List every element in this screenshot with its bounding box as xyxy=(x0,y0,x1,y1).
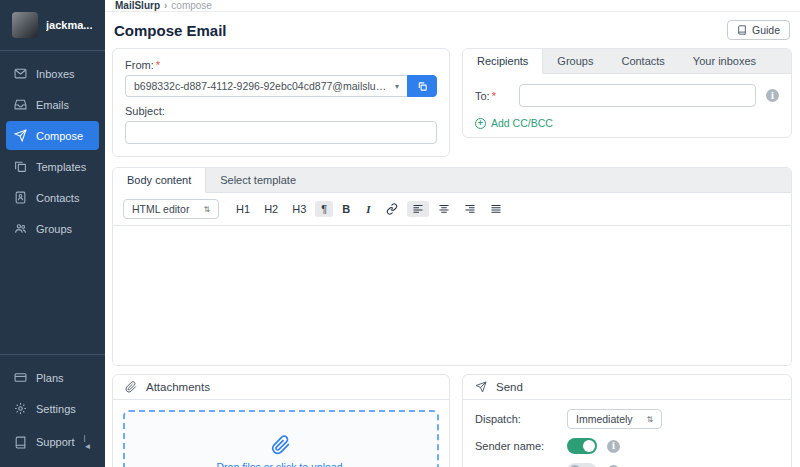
info-icon[interactable]: i xyxy=(607,440,620,453)
sidebar-item-label: Inboxes xyxy=(36,68,75,80)
collapse-sidebar-icon[interactable]: |◄ xyxy=(84,433,93,451)
to-label: To:* xyxy=(475,90,509,102)
sidebar-item-settings[interactable]: Settings xyxy=(6,394,99,423)
info-icon[interactable]: i xyxy=(766,89,779,102)
address-book-icon xyxy=(14,191,27,204)
body-content-panel: Body content Select template HTML editor… xyxy=(112,167,792,366)
attachments-panel: Attachments Drop files or click to uploa… xyxy=(112,374,450,467)
align-center-button[interactable] xyxy=(433,201,455,217)
row-attachments-send: Attachments Drop files or click to uploa… xyxy=(112,374,792,467)
sidebar-item-label: Plans xyxy=(36,372,64,384)
sidebar-item-label: Settings xyxy=(36,403,76,415)
copy-icon xyxy=(417,81,428,92)
add-tracking-toggle[interactable] xyxy=(567,463,597,467)
h3-button[interactable]: H3 xyxy=(287,201,311,217)
copy-address-button[interactable] xyxy=(407,75,437,97)
sidebar-item-compose[interactable]: Compose xyxy=(6,121,99,150)
sidebar-nav: Inboxes Emails Compose Templates Contact… xyxy=(0,57,105,245)
inbox-tray-icon xyxy=(14,98,27,111)
sidebar-item-templates[interactable]: Templates xyxy=(6,152,99,181)
add-cc-bcc-link[interactable]: + Add CC/BCC xyxy=(475,117,553,129)
sender-name-toggle[interactable] xyxy=(567,438,597,454)
subject-input[interactable] xyxy=(125,121,437,144)
dispatch-select[interactable]: Immediately ⇅ xyxy=(567,409,662,429)
italic-button[interactable]: I xyxy=(359,201,377,217)
sidebar-item-label: Contacts xyxy=(36,192,79,204)
required-asterisk: * xyxy=(156,59,160,71)
to-row: To:* i xyxy=(475,84,779,107)
credit-card-icon xyxy=(14,371,27,384)
sidebar-item-support[interactable]: Support |◄ xyxy=(6,425,99,459)
from-label: From:* xyxy=(125,59,437,71)
dispatch-label: Dispatch: xyxy=(475,413,567,425)
sidebar-item-groups[interactable]: Groups xyxy=(6,214,99,243)
recipients-panel: Recipients Groups Contacts Your inboxes … xyxy=(462,48,792,138)
user-profile[interactable]: jackma... xyxy=(0,0,105,50)
sidebar-item-label: Templates xyxy=(36,161,86,173)
paragraph-button[interactable]: ¶ xyxy=(315,201,333,217)
file-dropzone[interactable]: Drop files or click to upload. xyxy=(123,410,439,467)
sidebar-spacer xyxy=(0,245,105,354)
align-right-button[interactable] xyxy=(459,201,481,217)
sidebar-item-emails[interactable]: Emails xyxy=(6,90,99,119)
page-title: Compose Email xyxy=(114,22,227,39)
link-button[interactable] xyxy=(381,201,403,217)
content: Compose Email Guide From:* b698332c-d887… xyxy=(105,12,800,467)
dispatch-value: Immediately xyxy=(576,413,633,425)
tab-your-inboxes[interactable]: Your inboxes xyxy=(679,49,770,73)
dropzone-text: Drop files or click to upload. xyxy=(217,461,346,467)
sidebar-item-label: Compose xyxy=(36,130,83,142)
tab-groups[interactable]: Groups xyxy=(543,49,607,73)
justify-button[interactable] xyxy=(485,201,507,217)
send-panel: Send Dispatch: Immediately ⇅ Sender name… xyxy=(462,374,792,467)
select-caret-icon: ⇅ xyxy=(647,415,654,424)
to-input[interactable] xyxy=(519,84,756,107)
recipients-body: To:* i + Add CC/BCC xyxy=(463,74,791,137)
required-asterisk: * xyxy=(492,90,496,102)
clone-icon xyxy=(14,160,27,173)
add-tracking-row: Add tracking: i xyxy=(475,463,779,467)
h1-button[interactable]: H1 xyxy=(231,201,255,217)
title-row: Compose Email Guide xyxy=(112,18,792,48)
paper-plane-icon xyxy=(475,381,487,393)
envelope-icon xyxy=(14,67,27,80)
sidebar-item-contacts[interactable]: Contacts xyxy=(6,183,99,212)
from-panel: From:* b698332c-d887-4112-9296-92ebc04cd… xyxy=(112,48,450,157)
plus-circle-icon: + xyxy=(475,118,486,129)
from-address-select[interactable]: b698332c-d887-4112-9296-92ebc04cd877@mai… xyxy=(125,75,407,97)
paper-plane-icon xyxy=(14,129,27,142)
divider xyxy=(0,354,105,355)
tab-body-content[interactable]: Body content xyxy=(113,168,206,193)
from-label-text: From: xyxy=(125,59,154,71)
breadcrumb-page: compose xyxy=(171,0,212,11)
align-left-button[interactable] xyxy=(407,201,429,217)
dispatch-row: Dispatch: Immediately ⇅ xyxy=(475,409,779,429)
sidebar-item-label: Support xyxy=(36,436,75,448)
attachments-header: Attachments xyxy=(113,375,449,400)
tab-select-template[interactable]: Select template xyxy=(206,168,310,192)
breadcrumb-app[interactable]: MailSlurp xyxy=(115,0,160,11)
send-body: Dispatch: Immediately ⇅ Sender name: i A… xyxy=(463,400,791,467)
divider xyxy=(0,50,105,51)
subject-label: Subject: xyxy=(125,105,437,117)
sidebar-item-plans[interactable]: Plans xyxy=(6,363,99,392)
from-select-row: b698332c-d887-4112-9296-92ebc04cd877@mai… xyxy=(125,75,437,97)
editor-mode-value: HTML editor xyxy=(132,203,189,215)
body-editor[interactable] xyxy=(113,225,791,365)
main-area: MailSlurp › compose Compose Email Guide … xyxy=(105,0,800,467)
send-title: Send xyxy=(496,381,523,393)
align-right-icon xyxy=(464,203,476,215)
bold-button[interactable]: B xyxy=(337,201,355,217)
add-cc-bcc-label: Add CC/BCC xyxy=(491,117,553,129)
recipients-tabbar: Recipients Groups Contacts Your inboxes xyxy=(463,49,791,74)
guide-button[interactable]: Guide xyxy=(727,20,790,40)
book-icon xyxy=(737,25,747,35)
sidebar-item-label: Groups xyxy=(36,223,72,235)
sidebar-item-inboxes[interactable]: Inboxes xyxy=(6,59,99,88)
send-header: Send xyxy=(463,375,791,400)
editor-mode-select[interactable]: HTML editor ⇅ xyxy=(123,199,219,219)
h2-button[interactable]: H2 xyxy=(259,201,283,217)
tab-recipients[interactable]: Recipients xyxy=(463,49,543,74)
tab-contacts[interactable]: Contacts xyxy=(607,49,678,73)
toggle-knob xyxy=(583,440,595,452)
